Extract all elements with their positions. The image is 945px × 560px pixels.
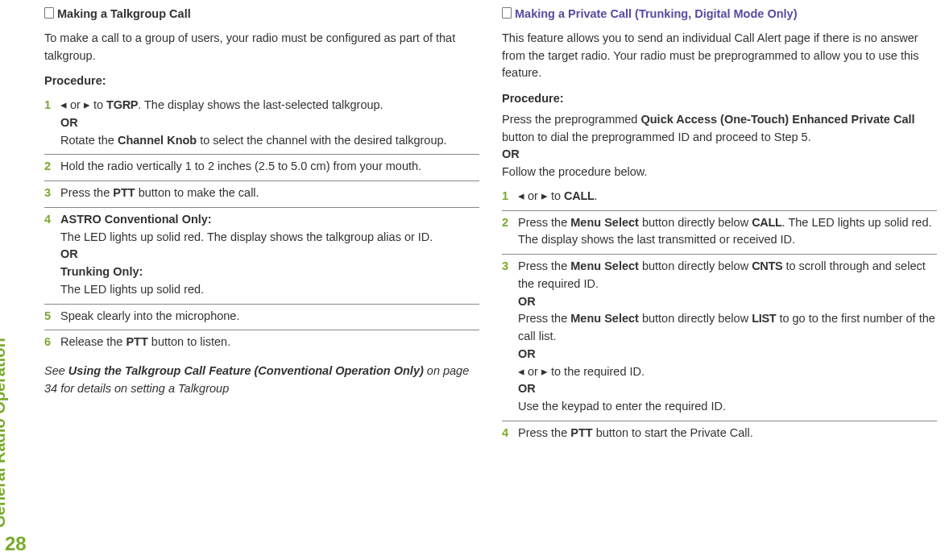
step-number: 3: [44, 185, 60, 202]
content-columns: Making a Talkgroup Call To make a call t…: [36, 0, 945, 560]
private-call-intro: This feature allows you to send an indiv…: [502, 30, 937, 82]
step-text: button directly below: [639, 259, 752, 272]
step-text: button to start the Private Call.: [593, 426, 753, 439]
right-column: Making a Private Call (Trunking, Digital…: [502, 4, 937, 552]
step-text: The LED lights up solid red. The display…: [60, 230, 433, 243]
step-6: 6 Release the PTT button to listen.: [44, 330, 479, 356]
procedure-preamble: Press the preprogrammed Quick Access (On…: [502, 111, 937, 181]
preamble-text: Follow the procedure below.: [502, 165, 648, 178]
astro-heading: ASTRO Conventional Only:: [60, 213, 212, 226]
talkgroup-call-heading: Making a Talkgroup Call: [44, 6, 479, 23]
menu-select-label: Menu Select: [570, 259, 639, 272]
list-label: LIST: [752, 312, 776, 325]
step-number: 1: [44, 97, 60, 114]
step-2: 2 Press the Menu Select button directly …: [502, 211, 937, 255]
step-number: 2: [44, 158, 60, 176]
trunking-heading: Trunking Only:: [60, 265, 143, 278]
private-call-heading: Making a Private Call (Trunking, Digital…: [502, 6, 937, 23]
step-text: button directly below: [639, 312, 752, 325]
step-text: ◂ or ▸ to: [60, 98, 106, 111]
procedure-label: Procedure:: [44, 73, 479, 90]
step-body: ◂ or ▸ to TGRP. The display shows the la…: [60, 97, 479, 149]
quick-access-label: Quick Access (One-Touch) Enhanced Privat…: [640, 113, 914, 126]
step-text: button directly below: [639, 216, 752, 229]
or-label: OR: [518, 295, 536, 308]
step-text: button to make the call.: [135, 186, 259, 199]
step-body: Press the PTT button to make the call.: [60, 185, 479, 202]
footnote-text: See: [44, 364, 68, 377]
step-text: Use the keypad to enter the required ID.: [518, 400, 726, 413]
or-label: OR: [518, 382, 536, 395]
step-number: 6: [44, 334, 60, 351]
or-label: OR: [60, 116, 78, 129]
step-text: Press the: [518, 426, 570, 439]
or-label: OR: [502, 147, 520, 160]
left-column: Making a Talkgroup Call To make a call t…: [44, 4, 479, 552]
ptt-label: PTT: [113, 186, 135, 199]
step-text: Press the: [518, 216, 570, 229]
ptt-label: PTT: [570, 426, 592, 439]
step-4: 4 ASTRO Conventional Only: The LED light…: [44, 208, 479, 305]
step-text: The LED lights up solid red.: [60, 283, 204, 296]
preamble-text: Press the preprogrammed: [502, 113, 640, 126]
step-number: 1: [502, 188, 518, 205]
step-number: 4: [44, 211, 60, 229]
step-body: ◂ or ▸ to CALL.: [518, 188, 937, 205]
page-number: 28: [5, 529, 27, 558]
step-body: Speak clearly into the microphone.: [60, 308, 479, 326]
step-text: to select the channel with the desired t…: [197, 134, 446, 147]
step-body: Press the Menu Select button directly be…: [518, 214, 937, 250]
private-call-steps: 1 ◂ or ▸ to CALL. 2 Press the Menu Selec…: [502, 185, 937, 447]
step-body: ASTRO Conventional Only: The LED lights …: [60, 211, 479, 299]
step-body: Release the PTT button to listen.: [60, 334, 479, 351]
ptt-label: PTT: [126, 335, 147, 348]
procedure-label: Procedure:: [502, 90, 937, 108]
step-number: 4: [502, 425, 518, 442]
page: General Radio Operation 28 Making a Talk…: [0, 0, 945, 560]
step-text: Press the: [518, 259, 570, 272]
footnote-ref: Using the Talkgroup Call Feature (Conven…: [68, 364, 424, 377]
step-text: Press the: [60, 186, 113, 199]
step-text: ◂ or ▸ to: [518, 189, 564, 202]
step-text: Release the: [60, 335, 126, 348]
step-5: 5 Speak clearly into the microphone.: [44, 305, 479, 331]
or-label: OR: [518, 347, 536, 360]
step-2: 2 Hold the radio vertically 1 to 2 inche…: [44, 155, 479, 181]
call-label: CALL: [564, 189, 594, 202]
step-3: 3 Press the PTT button to make the call.: [44, 181, 479, 208]
step-1: 1 ◂ or ▸ to TGRP. The display shows the …: [44, 93, 479, 155]
step-number: 2: [502, 214, 518, 232]
step-number: 5: [44, 308, 60, 326]
step-body: Press the Menu Select button directly be…: [518, 258, 937, 416]
cnts-label: CNTS: [752, 259, 782, 272]
step-text: . The display shows the last-selected ta…: [138, 98, 383, 111]
talkgroup-intro: To make a call to a group of users, your…: [44, 30, 479, 65]
step-text: Press the: [518, 312, 570, 325]
tgrp-label: TGRP: [106, 98, 138, 111]
step-text: button to listen.: [148, 335, 230, 348]
preamble-text: button to dial the preprogrammed ID and …: [502, 131, 811, 143]
step-3: 3 Press the Menu Select button directly …: [502, 255, 937, 421]
step-text: .: [595, 189, 598, 202]
step-body: Press the PTT button to start the Privat…: [518, 425, 937, 442]
menu-select-label: Menu Select: [570, 216, 639, 229]
step-number: 3: [502, 258, 518, 276]
menu-select-label: Menu Select: [570, 312, 639, 325]
talkgroup-footnote: See Using the Talkgroup Call Feature (Co…: [44, 363, 479, 398]
step-1: 1 ◂ or ▸ to CALL.: [502, 185, 937, 211]
channel-knob-label: Channel Knob: [118, 134, 197, 147]
talkgroup-steps: 1 ◂ or ▸ to TGRP. The display shows the …: [44, 93, 479, 356]
left-margin: General Radio Operation 28: [0, 0, 36, 560]
step-body: Hold the radio vertically 1 to 2 inches …: [60, 158, 479, 176]
sidebar-section-label: General Radio Operation: [0, 338, 11, 528]
step-4: 4 Press the PTT button to start the Priv…: [502, 421, 937, 447]
step-text: ◂ or ▸ to the required ID.: [518, 365, 645, 378]
or-label: OR: [60, 247, 78, 260]
call-label: CALL: [752, 216, 781, 229]
step-text: Rotate the: [60, 134, 118, 147]
